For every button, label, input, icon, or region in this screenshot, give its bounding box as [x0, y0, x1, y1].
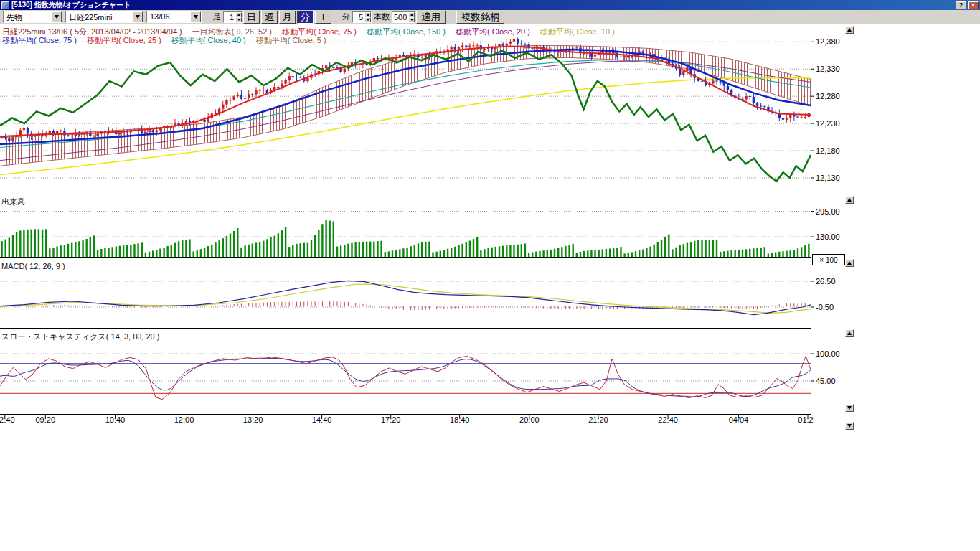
volume-bar: [123, 245, 124, 257]
volume-bar: [723, 251, 725, 257]
scroll-up-button[interactable]: [845, 259, 854, 267]
spin-up-icon[interactable]: [235, 12, 242, 17]
volume-bar: [311, 240, 312, 257]
volume-bar: [414, 245, 415, 257]
axis-tick-label: 12,330: [816, 65, 840, 73]
candle-body: [248, 94, 250, 98]
candle-body: [296, 77, 298, 77]
volume-bar: [683, 244, 684, 257]
volume-bar: [598, 250, 600, 257]
volume-bar: [204, 248, 205, 257]
volume-bar: [278, 233, 279, 257]
minute-input[interactable]: 5: [352, 11, 372, 23]
spin-up-icon[interactable]: [364, 12, 371, 17]
volume-bar: [480, 250, 481, 257]
bar-count-input[interactable]: 500: [392, 11, 415, 23]
axis-tick-label: 12,180: [816, 146, 840, 155]
volume-bar: [141, 242, 143, 257]
candle-body: [468, 46, 471, 48]
arrow-down-icon: [847, 424, 852, 428]
volume-bar: [661, 240, 662, 257]
volume-bar: [573, 244, 574, 257]
volume-bar: [369, 242, 371, 257]
volume-bar: [642, 250, 644, 258]
scroll-up-button[interactable]: [845, 26, 854, 34]
volume-bar: [542, 250, 544, 257]
spin-down-icon[interactable]: [408, 17, 415, 22]
volume-bar: [82, 240, 83, 257]
spin-down-icon[interactable]: [364, 17, 371, 22]
contract-select[interactable]: 13/06: [146, 11, 202, 23]
help-button[interactable]: ?: [956, 1, 966, 9]
volume-bar: [288, 247, 290, 257]
period-button-minute[interactable]: 分: [297, 11, 314, 24]
period-button-week[interactable]: 週: [261, 11, 278, 24]
volume-bar: [329, 221, 331, 257]
volume-bar: [801, 247, 802, 257]
volume-bar: [535, 252, 537, 257]
volume-bar: [45, 229, 47, 257]
volume-bar: [9, 237, 10, 257]
volume-bar: [126, 245, 128, 258]
volume-bar: [255, 243, 257, 258]
multi-symbol-button[interactable]: 複数銘柄: [456, 11, 504, 24]
category-select[interactable]: 先物: [3, 11, 62, 23]
volume-bar: [75, 242, 76, 257]
volume-bar: [285, 227, 286, 258]
period-button-day[interactable]: 日: [243, 11, 260, 24]
volume-bar: [344, 245, 345, 257]
spin-down-icon[interactable]: [235, 17, 242, 22]
time-tick-label: 13:20: [243, 415, 263, 424]
chevron-down-icon[interactable]: [132, 11, 143, 22]
volume-bar: [248, 245, 250, 257]
volume-bar: [654, 245, 655, 257]
symbol-select[interactable]: 日経225mini: [65, 11, 143, 23]
chart-legend-line2: 移動平均( Close, 75 )移動平均( Close, 25 )移動平均( …: [2, 35, 326, 46]
volume-bar: [1, 241, 2, 257]
macd-panel-title: MACD( 12, 26, 9 ): [1, 262, 65, 270]
candle-body: [763, 106, 765, 107]
volume-bar: [156, 250, 157, 257]
volume-bar: [635, 251, 636, 257]
volume-bar: [259, 242, 260, 257]
candle-body: [623, 56, 626, 57]
volume-bar: [521, 244, 522, 257]
volume-bar: [56, 247, 57, 258]
candle-body: [749, 96, 751, 97]
candle-body: [472, 45, 474, 46]
volume-bar: [100, 249, 102, 257]
bar-multiplier-input[interactable]: 1: [223, 11, 242, 23]
spin-up-icon[interactable]: [408, 12, 415, 17]
chevron-down-icon[interactable]: [51, 11, 62, 22]
scroll-up-button[interactable]: [845, 196, 854, 204]
volume-bar: [447, 249, 448, 257]
volume-bar: [745, 249, 747, 257]
scroll-up-button[interactable]: [845, 329, 854, 337]
period-button-month[interactable]: 月: [279, 11, 296, 24]
candle-body: [251, 94, 253, 95]
scroll-down-button[interactable]: [845, 422, 854, 430]
time-tick-label: 02:40: [0, 415, 15, 424]
legend-item: 移動平均( Close, 20 ): [456, 27, 530, 37]
scroll-down-button[interactable]: [845, 404, 854, 412]
volume-bar: [557, 248, 559, 258]
time-tick-label: 12:00: [174, 415, 194, 424]
candle-body: [782, 118, 784, 120]
volume-bar: [159, 249, 161, 257]
app-icon: [1, 1, 9, 9]
axis-tick-label: 12,230: [816, 119, 840, 128]
period-button-tick[interactable]: T: [315, 11, 331, 24]
volume-bar: [218, 240, 220, 257]
time-tick-label: 22:40: [658, 415, 678, 424]
volume-bar: [568, 245, 570, 257]
volume-bar: [307, 243, 308, 257]
axis-tick-label: 45.00: [816, 377, 836, 385]
candle-body: [277, 87, 279, 88]
volume-bar: [513, 245, 514, 257]
volume-bar: [174, 243, 176, 257]
apply-button[interactable]: 適用: [416, 11, 446, 24]
chevron-down-icon[interactable]: [190, 11, 201, 22]
volume-bar: [613, 248, 614, 257]
close-button[interactable]: ×: [968, 1, 979, 9]
volume-bar: [385, 252, 386, 257]
